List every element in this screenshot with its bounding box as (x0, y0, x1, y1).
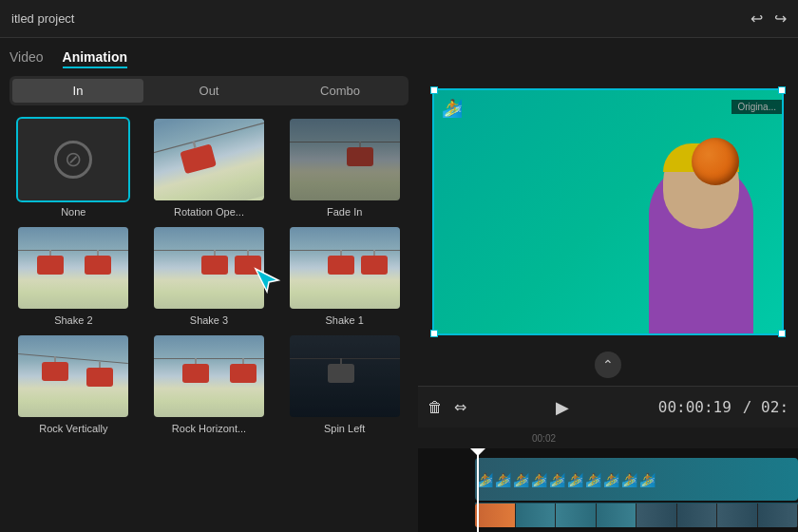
thumb-unit (516, 504, 557, 527)
tab-video[interactable]: Video (10, 49, 44, 68)
anim-item-rock-vertically[interactable]: Rock Vertically (10, 333, 138, 434)
anim-item-shake-1[interactable]: Shake 1 (280, 225, 408, 326)
timeline-toolbar: 🗑 ⇔ ▶ 00:00:19 / 02: (418, 386, 798, 428)
toggle-in[interactable]: In (12, 79, 143, 103)
clip-icon: 🏄 (495, 472, 511, 487)
anim-label-none: None (61, 206, 86, 218)
clip-icon: 🏄 (621, 472, 637, 487)
anim-item-none[interactable]: ⊘ None (10, 117, 138, 218)
thumb-unit (636, 504, 677, 527)
clip-icon: 🏄 (567, 472, 583, 487)
anim-label-rotation-open: Rotation Ope... (174, 206, 244, 218)
right-panel: 🏄 Origina... ⌃ 🗑 ⇔ ▶ 00:00:19 / 02: (418, 38, 798, 532)
anim-thumb-none: ⊘ (16, 117, 130, 202)
top-bar-icons: ↩ ↪ (750, 10, 787, 28)
no-animation-icon: ⊘ (54, 141, 92, 179)
clip-icon: 🏄 (477, 472, 493, 487)
time-current: 00:00:19 (658, 398, 732, 416)
preview-image: 🏄 (434, 90, 782, 333)
time-separator: / 02: (743, 398, 788, 416)
timeline-area: 00:02 🏄 🏄 🏄 🏄 🏄 🏄 🏄 (418, 428, 798, 532)
ruler-mark-02: 00:02 (532, 433, 556, 444)
corner-handle-br[interactable] (778, 330, 786, 337)
thumbnail-strip (475, 504, 798, 527)
preview-area: 🏄 Origina... ⌃ (418, 38, 798, 386)
thumb-unit (556, 504, 597, 527)
top-bar-title: itled project (11, 11, 74, 26)
tabs-row: Video Animation (10, 38, 408, 76)
anim-thumb-fade-in (288, 117, 402, 202)
thumb-unit (758, 504, 799, 527)
anim-item-spin-left[interactable]: Spin Left (280, 333, 408, 434)
thumb-unit (677, 504, 718, 527)
playhead-top (470, 448, 485, 456)
thumb-unit (597, 504, 637, 527)
anim-item-shake-2[interactable]: Shake 2 (10, 225, 138, 326)
clip-icons: 🏄 🏄 🏄 🏄 🏄 🏄 🏄 🏄 🏄 🏄 (475, 458, 657, 501)
thumb-unit (717, 504, 758, 527)
timeline-ruler: 00:02 (418, 428, 798, 448)
anim-item-rock-horizontally[interactable]: Rock Horizont... (145, 333, 274, 434)
anim-thumb-spin-left (288, 333, 402, 419)
corner-handle-bl[interactable] (430, 330, 438, 337)
playhead[interactable] (477, 448, 479, 532)
anim-label-rock-horizontally: Rock Horizont... (172, 423, 246, 434)
anim-item-fade-in[interactable]: Fade In (280, 117, 408, 218)
preview-frame: 🏄 Origina... (432, 88, 784, 335)
anim-item-rotation-open[interactable]: Rotation Ope... (145, 117, 274, 218)
anim-label-spin-left: Spin Left (324, 423, 365, 434)
preview-expand-button[interactable]: ⌃ (595, 352, 621, 378)
anim-thumb-shake-1 (288, 225, 402, 311)
anim-label-shake-3: Shake 3 (190, 314, 228, 326)
delete-icon[interactable]: 🗑 (428, 399, 443, 416)
play-icon[interactable]: ▶ (556, 397, 569, 418)
clip-icon: 🏄 (531, 472, 547, 487)
anim-thumb-rock-horizontally (152, 333, 266, 419)
clip-icon: 🏄 (549, 472, 565, 487)
undo-icon[interactable]: ↩ (750, 10, 763, 28)
top-bar: itled project ↩ ↪ (0, 0, 798, 38)
corner-handle-tl[interactable] (430, 86, 438, 94)
flip-icon[interactable]: ⇔ (454, 398, 466, 416)
clip-icon: 🏄 (603, 472, 619, 487)
original-badge: Origina... (732, 100, 782, 114)
toggle-combo[interactable]: Combo (275, 79, 406, 103)
clip-icon: 🏄 (513, 472, 529, 487)
anim-item-shake-3[interactable]: Shake 3 (145, 225, 274, 326)
anim-thumb-shake-3 (152, 225, 266, 311)
anim-label-shake-1: Shake 1 (325, 314, 363, 326)
anim-label-shake-2: Shake 2 (54, 314, 92, 326)
basketball (692, 138, 739, 185)
redo-icon[interactable]: ↪ (774, 10, 787, 28)
main-layout: Video Animation In Out Combo ⊘ None (0, 38, 798, 532)
anim-label-fade-in: Fade In (327, 206, 362, 218)
main-clip[interactable]: 🏄 🏄 🏄 🏄 🏄 🏄 🏄 🏄 🏄 🏄 (475, 458, 798, 501)
tab-animation[interactable]: Animation (63, 49, 127, 68)
animation-grid: ⊘ None Rotation Ope... (10, 117, 408, 434)
clip-icon: 🏄 (585, 472, 601, 487)
toggle-out[interactable]: Out (143, 79, 275, 103)
anim-label-rock-vertically: Rock Vertically (39, 423, 107, 434)
anim-thumb-shake-2 (16, 225, 130, 311)
anim-thumb-rotation-open (152, 117, 266, 202)
anim-thumb-rock-vertically (16, 333, 130, 419)
timeline-track: 🏄 🏄 🏄 🏄 🏄 🏄 🏄 🏄 🏄 🏄 2_bf0c1dc6-5d (418, 448, 798, 532)
clip-icon: 🏄 (639, 472, 656, 487)
toggle-row: In Out Combo (10, 76, 408, 105)
corner-handle-tr[interactable] (778, 86, 786, 94)
thumb-unit (475, 504, 516, 527)
logo-overlay: 🏄 (442, 98, 463, 119)
left-panel: Video Animation In Out Combo ⊘ None (0, 38, 418, 532)
